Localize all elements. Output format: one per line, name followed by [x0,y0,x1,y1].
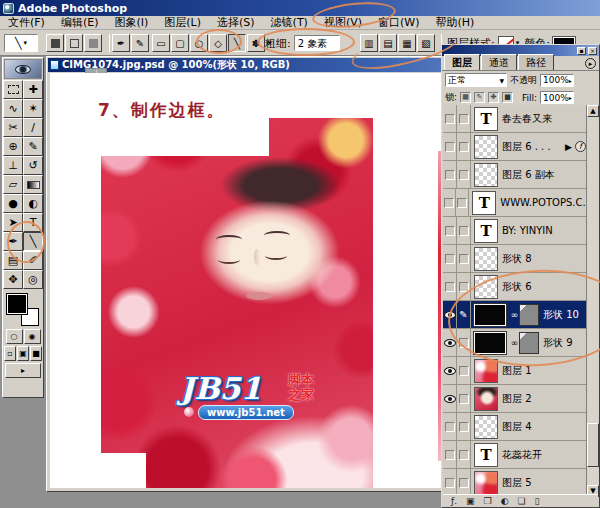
standard-mode-button[interactable]: ○ [6,329,23,344]
visibility-toggle[interactable] [443,385,457,413]
visibility-toggle[interactable] [443,245,457,273]
path-select-tool-button[interactable]: ➤ [3,213,23,232]
shape-layers-mode-button[interactable] [46,34,64,52]
lasso-tool-button[interactable]: ∿ [3,99,23,118]
move-tool-button[interactable]: ✚ [23,80,43,99]
magic-wand-tool-button[interactable]: ✶ [23,99,43,118]
dodge-tool-button[interactable]: ◐ [23,194,43,213]
layer-row[interactable]: T BY: YINYIN [443,217,598,245]
palette-menu-icon[interactable]: ▸ [585,58,596,69]
link-cell[interactable] [457,385,471,413]
menu-file[interactable]: 文件(F) [0,15,53,30]
layer-row[interactable]: ∞ 形状 9 [443,329,598,357]
visibility-toggle[interactable] [443,189,456,217]
visibility-toggle[interactable] [443,301,457,329]
new-layer-button[interactable]: ❏ [517,496,525,506]
link-cell[interactable] [457,105,471,133]
menu-edit[interactable]: 编辑(E) [53,15,107,30]
rounded-rect-shape-button[interactable]: ▢ [171,34,189,52]
link-cell[interactable] [457,133,471,161]
layer-row[interactable]: 图层 4 [443,413,598,441]
adjustment-layer-button[interactable]: ◐ [501,496,509,506]
menu-window[interactable]: 窗口(W) [370,15,427,30]
rectangle-shape-button[interactable]: ▭ [152,34,170,52]
marquee-tool-button[interactable] [3,80,23,99]
pen-tool-button[interactable]: ✒ [3,232,23,251]
visibility-toggle[interactable] [443,273,457,301]
lock-position-checkbox[interactable]: ✥ [488,92,499,103]
visibility-toggle[interactable] [443,161,457,189]
vector-mask-thumbnail[interactable] [519,304,539,326]
layer-row[interactable]: 图层 5 [443,469,598,497]
hand-tool-button[interactable]: ✥ [3,270,23,289]
current-tool-preview[interactable]: ╲ ▾ [4,34,38,52]
link-cell[interactable] [457,441,471,469]
new-set-button[interactable]: ❒ [484,496,492,506]
zoom-tool-button[interactable]: ◎ [23,270,43,289]
menu-view[interactable]: 视图(V) [316,15,370,30]
palette-close-icon[interactable]: × [588,47,597,55]
tab-layers[interactable]: 图层 [444,54,480,70]
layer-style-button[interactable]: ƒ. [451,496,457,506]
slice-tool-button[interactable]: ∕ [23,118,43,137]
menu-layer[interactable]: 图层(L) [156,15,209,30]
fill-input[interactable]: 100%▸ [540,91,574,104]
clone-stamp-tool-button[interactable]: ⊥ [3,156,23,175]
link-cell[interactable] [456,189,469,217]
scrollbar-thumb[interactable] [587,423,599,467]
line-shape-button[interactable]: ╲ [228,34,246,52]
link-cell[interactable] [457,469,471,497]
tab-paths[interactable]: 路径 [518,54,554,70]
link-cell[interactable] [457,245,471,273]
subtract-shape-area-button[interactable]: ▤ [379,34,397,52]
layer-row[interactable]: 形状 8 [443,245,598,273]
blur-tool-button[interactable]: ● [3,194,23,213]
intersect-shape-area-button[interactable]: ▦ [398,34,416,52]
link-cell[interactable] [457,273,471,301]
fill-pixels-mode-button[interactable] [84,34,102,52]
layer-row[interactable]: T 花蕊花开 [443,441,598,469]
vector-mask-thumbnail[interactable] [519,332,539,354]
visibility-toggle[interactable] [443,441,457,469]
ellipse-shape-button[interactable]: ○ [190,34,208,52]
link-cell[interactable] [457,357,471,385]
foreground-color-swatch[interactable] [7,294,27,314]
fullscreen-menubar-button[interactable]: ▣ [17,346,29,361]
exclude-shape-area-button[interactable]: ▧ [417,34,435,52]
history-brush-tool-button[interactable]: ↺ [23,156,43,175]
menu-help[interactable]: 帮助(H) [427,15,482,30]
link-cell[interactable] [457,217,471,245]
weight-input[interactable]: 2 象素 [294,35,340,51]
add-mask-button[interactable]: ▣ [466,496,475,506]
link-cell[interactable] [457,329,471,357]
layer-row[interactable]: T WWW.POTOPS.C... [443,189,598,217]
visibility-toggle[interactable] [443,469,457,497]
fullscreen-button[interactable]: ■ [30,346,42,361]
layers-scrollbar[interactable]: ▲ ▼ [586,105,598,497]
gradient-tool-button[interactable] [23,175,43,194]
paths-mode-button[interactable] [65,34,83,52]
layer-row[interactable]: T 春去春又来 [443,105,598,133]
link-cell[interactable] [457,413,471,441]
eraser-tool-button[interactable]: ▱ [3,175,23,194]
quick-mask-mode-button[interactable]: ◉ [24,329,41,344]
standard-screen-button[interactable]: ▫ [4,346,16,361]
crop-tool-button[interactable]: ✂ [3,118,23,137]
type-tool-button[interactable]: T [23,213,43,232]
visibility-toggle[interactable] [443,413,457,441]
line-tool-button[interactable]: ╲ [23,232,43,251]
visibility-toggle[interactable] [443,105,457,133]
layer-row[interactable]: 图层 2 [443,385,598,413]
layer-row[interactable]: 图层 6 . . . ▶ f [443,133,598,161]
brush-tool-button[interactable]: ✎ [23,137,43,156]
lock-image-checkbox[interactable]: ✎ [474,92,485,103]
layer-row[interactable]: 形状 6 [443,273,598,301]
effects-expand-icon[interactable]: ▶ [565,142,572,152]
menu-image[interactable]: 图象(I) [106,15,156,30]
eyedropper-tool-button[interactable]: ✐ [23,251,43,270]
pen-tool-button[interactable]: ✒ [112,34,130,52]
notes-tool-button[interactable]: ▤ [3,251,23,270]
palette-minimize-icon[interactable]: ▪ [577,47,586,55]
polygon-shape-button[interactable]: ◇ [209,34,227,52]
menu-filter[interactable]: 滤镜(T) [263,15,316,30]
